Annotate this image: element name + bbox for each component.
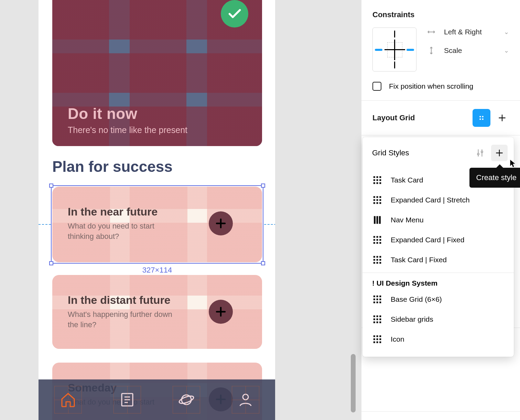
task-title: In the distant future bbox=[68, 294, 173, 307]
person-icon bbox=[237, 391, 254, 408]
grid-styles-button[interactable] bbox=[473, 109, 490, 127]
svg-rect-16 bbox=[373, 182, 375, 184]
nav-list[interactable] bbox=[113, 386, 141, 413]
grid-style-item[interactable]: Sidebar grids bbox=[362, 309, 514, 329]
smart-guide bbox=[39, 224, 51, 225]
svg-rect-64 bbox=[373, 321, 375, 323]
svg-rect-10 bbox=[373, 176, 375, 178]
columns-icon bbox=[372, 215, 382, 225]
svg-rect-63 bbox=[379, 319, 381, 320]
svg-rect-24 bbox=[379, 199, 381, 201]
add-task-button[interactable] bbox=[209, 211, 233, 235]
svg-rect-18 bbox=[379, 182, 381, 184]
svg-rect-58 bbox=[373, 316, 375, 317]
svg-rect-35 bbox=[377, 239, 378, 241]
grid-style-label: Expanded Card | Fixed bbox=[391, 236, 464, 244]
svg-rect-26 bbox=[377, 202, 378, 204]
fix-position-checkbox[interactable] bbox=[372, 82, 381, 91]
grid-3x3-icon bbox=[372, 314, 382, 324]
grid-3x3-icon bbox=[372, 334, 382, 344]
hero-text-block: Do it now There's no time like the prese… bbox=[68, 105, 187, 135]
task-card-distant-future[interactable]: In the distant future What's happening f… bbox=[52, 275, 262, 349]
constraint-h-label: Left & Right bbox=[444, 28, 496, 36]
svg-rect-43 bbox=[373, 259, 375, 261]
fix-position-row[interactable]: Fix position when scrolling bbox=[372, 82, 509, 91]
svg-rect-59 bbox=[377, 316, 378, 317]
nav-explore[interactable] bbox=[173, 386, 200, 413]
constraint-vertical-select[interactable]: Scale ⌄ bbox=[427, 46, 509, 55]
add-layout-grid-button[interactable] bbox=[495, 111, 509, 125]
hero-title: Do it now bbox=[68, 105, 187, 122]
svg-rect-52 bbox=[373, 299, 375, 300]
svg-rect-38 bbox=[377, 242, 378, 244]
svg-rect-12 bbox=[379, 176, 381, 178]
horizontal-arrows-icon bbox=[427, 27, 436, 36]
grid-dots-icon bbox=[478, 114, 485, 122]
svg-rect-19 bbox=[373, 196, 375, 198]
task-subtitle: What do you need to start thinking about… bbox=[68, 221, 173, 241]
grid-style-label: Expanded Card | Stretch bbox=[391, 196, 470, 204]
grid-style-item[interactable]: Expanded Card | Stretch bbox=[362, 190, 514, 210]
nav-home[interactable] bbox=[54, 386, 82, 413]
grid-style-item[interactable]: Expanded Card | Fixed bbox=[362, 230, 514, 250]
sliders-icon bbox=[476, 148, 485, 157]
svg-rect-22 bbox=[373, 199, 375, 201]
grid-style-label: Task Card bbox=[391, 176, 423, 184]
svg-rect-48 bbox=[379, 262, 381, 264]
constraint-v-label: Scale bbox=[444, 46, 496, 55]
svg-rect-25 bbox=[373, 202, 375, 204]
list-icon bbox=[119, 391, 136, 408]
grid-style-item[interactable]: Base Grid (6×6) bbox=[362, 289, 514, 309]
svg-point-6 bbox=[479, 118, 481, 120]
svg-rect-55 bbox=[373, 301, 375, 303]
svg-rect-72 bbox=[379, 339, 381, 340]
canvas[interactable]: Do it now There's no time like the prese… bbox=[39, 0, 275, 420]
task-title: In the near future bbox=[68, 206, 173, 218]
style-settings-button[interactable] bbox=[472, 145, 488, 161]
svg-rect-15 bbox=[379, 179, 381, 181]
svg-rect-31 bbox=[373, 236, 375, 238]
svg-rect-50 bbox=[377, 296, 378, 297]
svg-rect-27 bbox=[379, 202, 381, 204]
svg-rect-30 bbox=[379, 216, 381, 224]
add-task-button[interactable] bbox=[209, 300, 233, 324]
svg-rect-34 bbox=[373, 239, 375, 241]
resize-handle[interactable] bbox=[261, 184, 265, 188]
scrollbar-thumb[interactable] bbox=[351, 354, 356, 412]
constraints-section: Constraints Left & Right ⌄ Scale ⌄ bbox=[361, 0, 520, 101]
bottom-nav bbox=[39, 379, 275, 420]
svg-rect-54 bbox=[379, 299, 381, 300]
svg-rect-14 bbox=[377, 179, 378, 181]
plus-icon bbox=[215, 306, 227, 318]
library-heading: ! UI Design System bbox=[362, 279, 514, 289]
svg-rect-62 bbox=[377, 319, 378, 320]
constraint-horizontal-select[interactable]: Left & Right ⌄ bbox=[427, 27, 509, 36]
svg-point-4 bbox=[479, 116, 481, 117]
nav-profile[interactable] bbox=[232, 386, 259, 413]
chevron-down-icon: ⌄ bbox=[504, 28, 509, 36]
svg-rect-68 bbox=[377, 335, 378, 337]
svg-rect-29 bbox=[377, 216, 378, 224]
grid-style-label: Sidebar grids bbox=[391, 315, 433, 323]
svg-rect-17 bbox=[377, 182, 378, 184]
plus-icon bbox=[215, 217, 227, 230]
hero-card[interactable]: Do it now There's no time like the prese… bbox=[52, 0, 262, 146]
task-card-near-future[interactable]: In the near future What do you need to s… bbox=[52, 187, 262, 262]
grid-style-item[interactable]: Nav Menu bbox=[362, 210, 514, 230]
svg-rect-23 bbox=[377, 199, 378, 201]
grid-style-item[interactable]: Icon bbox=[362, 329, 514, 349]
fix-position-label: Fix position when scrolling bbox=[389, 82, 473, 90]
constraint-diagram[interactable] bbox=[372, 27, 416, 71]
cursor-icon bbox=[509, 159, 517, 168]
grid-style-item[interactable]: Task Card | Fixed bbox=[362, 250, 514, 270]
resize-handle[interactable] bbox=[49, 261, 53, 265]
svg-rect-51 bbox=[379, 296, 381, 297]
grid-3x3-icon bbox=[372, 195, 382, 205]
grid-3x3-icon bbox=[372, 294, 382, 305]
resize-handle[interactable] bbox=[49, 184, 53, 188]
svg-rect-37 bbox=[373, 242, 375, 244]
svg-rect-66 bbox=[379, 321, 381, 323]
create-style-button[interactable] bbox=[491, 145, 508, 161]
resize-handle[interactable] bbox=[261, 261, 265, 265]
grid-3x3-icon bbox=[372, 235, 382, 245]
